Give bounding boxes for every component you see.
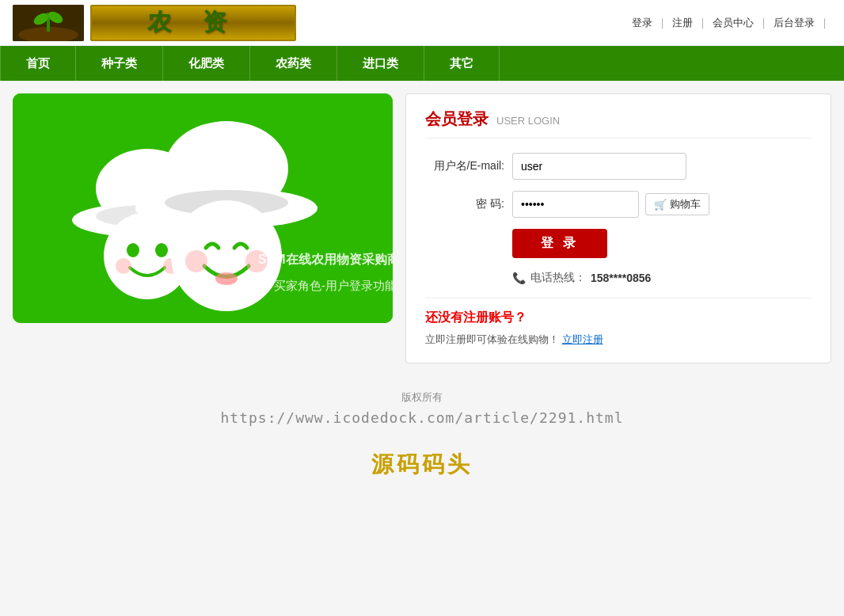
- nav-item-pesticide[interactable]: 农药类: [250, 46, 337, 81]
- login-button[interactable]: 登 录: [512, 229, 607, 258]
- svg-point-18: [185, 250, 207, 272]
- copyright-text: 版权所有: [0, 390, 844, 405]
- footer-url: https://www.icodedock.com/article/2291.h…: [0, 409, 844, 426]
- phone-row: 📞 电话热线： 158****0856: [512, 271, 812, 285]
- register-link-now[interactable]: 立即注册: [562, 333, 603, 345]
- nav-item-seeds[interactable]: 种子类: [76, 46, 163, 81]
- admin-login-link[interactable]: 后台登录: [774, 16, 815, 30]
- register-prompt: 还没有注册账号？: [425, 310, 812, 326]
- register-section: 还没有注册账号？ 立即注册即可体验在线购物！ 立即注册: [425, 298, 812, 347]
- password-label: 密 码:: [425, 197, 512, 211]
- username-input[interactable]: [512, 153, 686, 180]
- phone-label: 电话热线：: [530, 271, 586, 285]
- top-header: 农 资 登录 ｜ 注册 ｜ 会员中心 ｜ 后台登录 ｜: [0, 0, 844, 46]
- login-title-cn: 会员登录: [425, 108, 489, 130]
- login-link[interactable]: 登录: [632, 16, 652, 30]
- footer-area: 版权所有 https://www.icodedock.com/article/2…: [0, 376, 844, 486]
- left-banner: SSM在线农用物资采购商城 买家角色-用户登录功能: [13, 93, 393, 323]
- cart-icon: 🛒: [654, 199, 667, 211]
- cart-button[interactable]: 🛒 购物车: [645, 193, 709, 215]
- logo-title-text: 农 资: [147, 6, 239, 39]
- svg-text:SSM在线农用物资采购商城: SSM在线农用物资采购商城: [258, 252, 393, 266]
- mascot-area: SSM在线农用物资采购商城 买家角色-用户登录功能: [13, 93, 393, 323]
- login-title-en: USER LOGIN: [496, 115, 560, 127]
- svg-point-11: [155, 243, 168, 257]
- main-content: SSM在线农用物资采购商城 买家角色-用户登录功能 会员登录 USER LOGI…: [0, 81, 844, 376]
- password-input-group: 🛒 购物车: [512, 191, 709, 218]
- nav-item-other[interactable]: 其它: [424, 46, 500, 81]
- login-title: 会员登录 USER LOGIN: [425, 108, 812, 139]
- register-link-top[interactable]: 注册: [672, 16, 693, 30]
- svg-point-20: [215, 272, 238, 285]
- svg-point-12: [116, 258, 131, 274]
- logo-area: 农 资: [13, 5, 296, 41]
- nav-item-fertilizer[interactable]: 化肥类: [163, 46, 250, 81]
- top-links: 登录 ｜ 注册 ｜ 会员中心 ｜ 后台登录 ｜: [632, 16, 831, 30]
- login-box: 会员登录 USER LOGIN 用户名/E-mail: 密 码: 🛒 购物车 登…: [405, 93, 831, 363]
- svg-text:买家角色-用户登录功能: 买家角色-用户登录功能: [274, 279, 393, 292]
- phone-number: 158****0856: [591, 272, 651, 284]
- footer-brand: 源码码头: [0, 450, 844, 480]
- password-input[interactable]: [512, 191, 639, 218]
- logo-title-banner: 农 资: [90, 5, 296, 41]
- nav-item-import[interactable]: 进口类: [337, 46, 424, 81]
- username-label: 用户名/E-mail:: [425, 159, 512, 173]
- nav-item-home[interactable]: 首页: [0, 46, 76, 81]
- main-nav: 首页 种子类 化肥类 农药类 进口类 其它: [0, 46, 844, 81]
- phone-icon: 📞: [512, 272, 526, 284]
- password-row: 密 码: 🛒 购物车: [425, 191, 812, 218]
- member-center-link[interactable]: 会员中心: [713, 16, 754, 30]
- soil-logo: [13, 5, 84, 41]
- svg-point-10: [127, 243, 139, 257]
- register-desc: 立即注册即可体验在线购物！ 立即注册: [425, 333, 812, 347]
- cart-label: 购物车: [670, 197, 701, 211]
- username-row: 用户名/E-mail:: [425, 153, 812, 180]
- login-btn-row: 登 录: [512, 229, 812, 258]
